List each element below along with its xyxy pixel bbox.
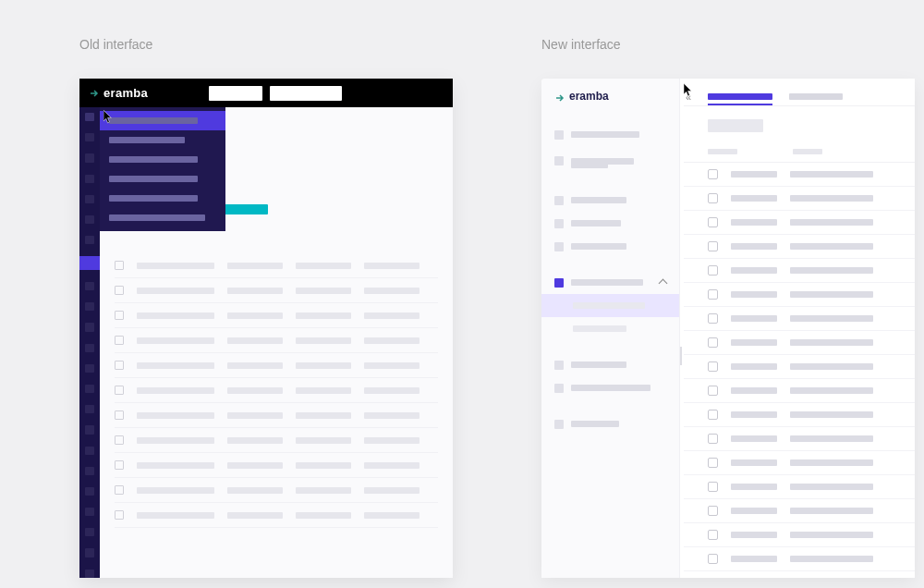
row-checkbox[interactable] (115, 485, 124, 495)
row-checkbox[interactable] (708, 217, 718, 227)
table-row[interactable] (684, 235, 915, 259)
rail-nav-icon[interactable] (85, 236, 94, 244)
table-row[interactable] (684, 451, 915, 475)
table-row[interactable] (684, 307, 915, 331)
nav-item[interactable] (541, 353, 679, 376)
table-row[interactable] (684, 571, 915, 578)
rail-nav-icon[interactable] (85, 133, 94, 141)
row-checkbox[interactable] (115, 261, 124, 270)
table-row[interactable] (115, 453, 438, 478)
row-checkbox[interactable] (115, 286, 124, 295)
rail-nav-icon[interactable] (85, 447, 94, 455)
column-header[interactable] (793, 149, 822, 154)
row-checkbox[interactable] (115, 510, 124, 520)
topbar-button[interactable] (270, 86, 342, 101)
rail-nav-icon[interactable] (85, 405, 94, 413)
row-checkbox[interactable] (708, 554, 718, 564)
table-row[interactable] (684, 331, 915, 355)
flyout-menu-item[interactable] (100, 150, 225, 169)
row-checkbox[interactable] (115, 336, 124, 345)
row-checkbox[interactable] (708, 530, 718, 540)
table-row[interactable] (684, 355, 915, 379)
brand-logo[interactable]: eramba (89, 86, 148, 100)
nav-item[interactable] (541, 235, 679, 258)
table-row[interactable] (684, 475, 915, 499)
table-row[interactable] (684, 259, 915, 283)
table-row[interactable] (684, 187, 915, 211)
row-checkbox[interactable] (708, 506, 718, 516)
table-row[interactable] (115, 303, 438, 328)
table-row[interactable] (684, 211, 915, 235)
flyout-menu-item[interactable] (100, 130, 225, 150)
table-row[interactable] (115, 428, 438, 453)
table-row[interactable] (115, 253, 438, 278)
nav-item[interactable] (541, 212, 679, 235)
rail-nav-icon[interactable] (85, 195, 94, 203)
nav-item[interactable] (541, 146, 679, 176)
nav-item[interactable] (541, 189, 679, 212)
row-checkbox[interactable] (708, 410, 718, 420)
nav-subitem[interactable] (541, 317, 679, 340)
rail-nav-icon[interactable] (85, 385, 94, 393)
rail-nav-icon[interactable] (85, 487, 94, 496)
nav-item[interactable] (541, 271, 679, 294)
table-row[interactable] (115, 353, 438, 378)
row-checkbox[interactable] (115, 410, 124, 420)
table-row[interactable] (115, 378, 438, 403)
rail-nav-icon[interactable] (85, 344, 94, 352)
rail-nav-icon[interactable] (85, 570, 94, 578)
row-checkbox[interactable] (708, 289, 718, 300)
table-row[interactable] (684, 403, 915, 427)
nav-item[interactable] (541, 412, 679, 435)
table-row[interactable] (115, 478, 438, 503)
rail-nav-icon[interactable] (85, 528, 94, 536)
row-checkbox[interactable] (708, 241, 718, 251)
row-checkbox[interactable] (115, 386, 124, 395)
rail-nav-icon[interactable] (85, 302, 94, 311)
table-row[interactable] (684, 499, 915, 523)
rail-nav-icon[interactable] (85, 113, 94, 121)
resize-handle-icon[interactable] (680, 347, 682, 365)
column-header[interactable] (708, 149, 737, 154)
flyout-menu-item[interactable] (100, 111, 225, 130)
table-row[interactable] (684, 163, 915, 187)
rail-nav-icon[interactable] (85, 153, 94, 162)
table-row[interactable] (684, 523, 915, 547)
table-row[interactable] (684, 283, 915, 307)
flyout-menu-item[interactable] (100, 208, 225, 227)
topbar-button[interactable] (209, 86, 262, 101)
rail-nav-icon[interactable] (85, 548, 94, 557)
tab[interactable] (789, 93, 843, 100)
nav-item[interactable] (541, 376, 679, 399)
row-checkbox[interactable] (708, 482, 718, 492)
rail-nav-icon[interactable] (85, 508, 94, 516)
rail-nav-icon[interactable] (85, 364, 94, 373)
rail-nav-icon[interactable] (79, 256, 100, 270)
row-checkbox[interactable] (708, 337, 718, 348)
row-checkbox[interactable] (708, 169, 718, 179)
row-checkbox[interactable] (708, 313, 718, 324)
table-row[interactable] (115, 328, 438, 353)
row-checkbox[interactable] (708, 193, 718, 203)
rail-nav-icon[interactable] (85, 175, 94, 183)
rail-nav-icon[interactable] (85, 467, 94, 475)
row-checkbox[interactable] (708, 265, 718, 276)
rail-nav-icon[interactable] (85, 425, 94, 434)
nav-item[interactable] (541, 123, 679, 146)
rail-nav-icon[interactable] (85, 282, 94, 290)
rail-nav-icon[interactable] (85, 215, 94, 224)
brand-logo[interactable]: eramba (541, 90, 679, 103)
table-row[interactable] (684, 547, 915, 571)
row-checkbox[interactable] (115, 435, 124, 445)
table-row[interactable] (115, 503, 438, 528)
row-checkbox[interactable] (708, 361, 718, 372)
table-row[interactable] (684, 379, 915, 403)
row-checkbox[interactable] (708, 386, 718, 396)
flyout-menu-item[interactable] (100, 189, 225, 208)
row-checkbox[interactable] (115, 311, 124, 320)
row-checkbox[interactable] (708, 434, 718, 444)
table-row[interactable] (115, 278, 438, 303)
flyout-menu-item[interactable] (100, 169, 225, 189)
nav-subitem[interactable] (541, 294, 679, 317)
row-checkbox[interactable] (115, 460, 124, 470)
